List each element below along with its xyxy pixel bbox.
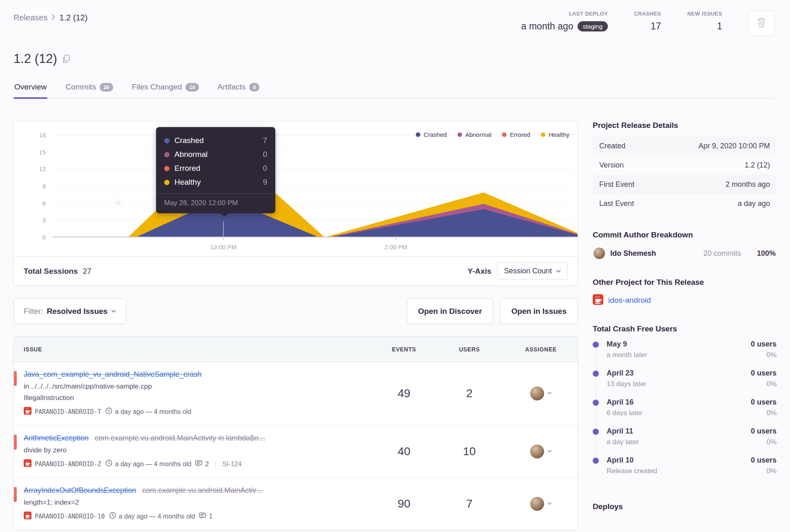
tooltip-date: May 26, 2020 12:00 PM [156,193,275,213]
breadcrumb: Releases 1.2 (12) [13,11,87,22]
tab-files-changed[interactable]: Files Changed 14 [131,80,200,98]
project-slug: PARANOID-ANDROID-10 [35,513,105,520]
yaxis-selected-value: Session Count [504,267,552,275]
issue-row-1[interactable]: Java_com_example_vu_android_NativeSample… [14,362,578,426]
comment-icon [195,460,202,468]
tab-overview[interactable]: Overview [13,80,47,98]
breadcrumb-releases-link[interactable]: Releases [13,13,47,22]
tab-artifacts-count: 0 [249,83,259,92]
trash-icon [757,17,766,29]
stat-last-deploy-label: LAST DEPLOY [521,11,608,17]
release-detail-page: Releases 1.2 (12) LAST DEPLOY a month ag… [0,0,790,532]
timeline-dot-icon [593,371,599,377]
project-release-details-section: Project Release Details Created Apr 9, 2… [593,121,777,213]
open-in-discover-button[interactable]: Open in Discover [407,298,493,324]
tab-files-changed-label: Files Changed [132,83,182,92]
project-slug: PARANOID-ANDROID-Z [35,460,101,468]
tab-commits[interactable]: Commits 20 [65,80,114,98]
issue-title-link[interactable]: ArrayIndexOutOfBoundsException [24,486,136,494]
issue-title-link[interactable]: Java_com_example_vu_android_NativeSample… [24,370,201,378]
open-in-issues-button[interactable]: Open in Issues [500,298,578,324]
issue-row-3[interactable]: ArrayIndexOutOfBoundsException com.examp… [14,478,578,530]
other-project-link[interactable]: idos-android [608,296,651,305]
tab-artifacts[interactable]: Artifacts 0 [217,80,261,98]
issue-culprit: com.example.vu.android.MainActiv… [142,486,263,494]
project-badge[interactable]: PARANOID-ANDROID-10 [24,512,105,521]
stat-new-issues: NEW ISSUES 1 [687,11,722,32]
issue-comments[interactable]: 1 [199,512,212,521]
col-assignee: ASSIGNEE [504,346,578,353]
assignee-avatar[interactable] [530,387,544,400]
java-project-icon [24,407,31,416]
tooltip-pointer [220,213,228,217]
commit-author-breakdown-section: Commit Author Breakdown Ido Shemesh 20 c… [593,230,777,261]
stat-new-issues-label: NEW ISSUES [687,11,722,17]
issue-comments[interactable]: 2 [195,460,209,468]
legend-crashed[interactable]: Crashed [416,131,447,138]
svg-text:12: 12 [39,165,46,172]
svg-text:15: 15 [39,149,46,156]
issue-age: a day ago — 4 months old [105,460,192,468]
legend-healthy[interactable]: Healthy [541,131,569,138]
yaxis-select[interactable]: Session Count [497,262,568,280]
issue-message: divide by zero [24,446,373,454]
chevron-down-icon[interactable] [547,450,552,453]
comment-icon [199,512,206,521]
stat-new-issues-value: 1 [717,21,722,32]
section-title: Total Crash Free Users [593,324,777,333]
chart-footer: Total Sessions 27 Y-Axis Session Count [14,256,578,286]
assignee-cell[interactable] [504,387,578,400]
total-sessions-label: Total Sessions [24,267,78,276]
other-project-row[interactable]: idos-android [593,293,777,307]
other-project-section: Other Project for This Release idos-andr… [593,278,777,307]
issue-users-count: 10 [435,445,504,458]
issues-toolbar: Filter: Resolved Issues Open in Discover… [13,298,578,324]
tab-commits-count: 20 [100,83,113,92]
col-events: EVENTS [373,346,435,353]
java-project-icon [24,459,31,469]
svg-text:3: 3 [42,217,46,224]
tooltip-row-abnormal: Abnormal 0 [164,148,267,161]
copy-icon[interactable] [62,54,70,63]
svg-text:0: 0 [117,200,120,206]
legend-errored[interactable]: Errored [502,131,530,138]
tooltip-row-errored: Errored 0 [164,161,267,175]
tab-files-changed-count: 14 [185,83,199,92]
java-project-icon [593,294,603,306]
assignee-cell[interactable] [504,497,578,511]
delete-release-button[interactable] [748,11,774,36]
issue-title-link[interactable]: ArithmeticException [24,434,89,442]
healthy-dot-icon [541,132,545,137]
detail-first-event: First Event 2 months ago [593,175,777,194]
issues-filter-dropdown[interactable]: Filter: Resolved Issues [13,298,126,324]
project-badge[interactable]: PARANOID-ANDROID-Z [24,459,101,469]
svg-text:0: 0 [42,234,46,241]
staging-badge: staging [578,21,608,31]
project-badge[interactable]: PARANOID-ANDROID-T [24,407,101,416]
chevron-down-icon[interactable] [547,392,552,395]
issue-users-count: 2 [435,387,504,400]
crash-free-users-section: Total Crash Free Users May 9 a month lat… [593,324,777,485]
tab-artifacts-label: Artifacts [218,83,246,92]
timeline-line [596,407,596,429]
total-sessions-value: 27 [83,267,91,276]
sessions-chart[interactable]: 18 15 12 9 6 3 0 0 [14,121,578,256]
tab-overview-label: Overview [14,83,47,92]
assignee-cell[interactable] [504,445,578,458]
breadcrumb-chevron-icon [51,13,55,22]
assignee-avatar[interactable] [530,497,544,511]
issue-events-count: 90 [373,497,435,510]
legend-abnormal[interactable]: Abnormal [457,131,491,138]
svg-text:9: 9 [42,183,46,190]
crash-free-item-1: May 9 a month later 0 users 0% [593,340,777,369]
chevron-down-icon[interactable] [547,502,552,505]
release-tabs: Overview Commits 20 Files Changed 14 Art… [13,80,774,98]
page-header: Releases 1.2 (12) LAST DEPLOY a month ag… [0,0,790,98]
tooltip-row-crashed: Crashed 7 [164,134,267,148]
section-title: Other Project for This Release [593,278,777,287]
issue-row-2[interactable]: ArithmeticException com.example.vu.andro… [14,426,578,478]
issues-table-header: ISSUE EVENTS USERS ASSIGNEE [14,337,578,362]
crash-free-item-4: April 11 a day later 0 users 0% [593,427,777,456]
issues-table: ISSUE EVENTS USERS ASSIGNEE Java_com_exa… [13,336,578,530]
assignee-avatar[interactable] [530,445,544,458]
